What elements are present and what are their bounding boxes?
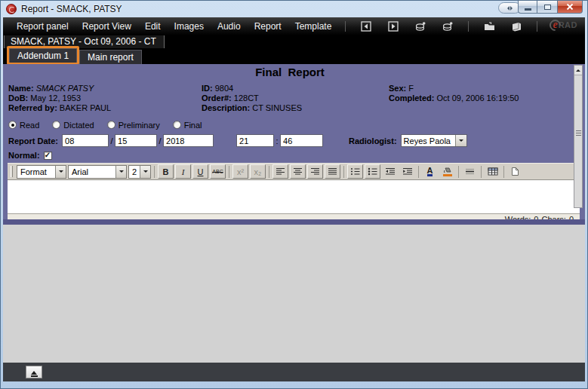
ordered-list-button[interactable] <box>347 164 363 179</box>
patient-dob: DoB: May 12, 1953 <box>8 93 202 103</box>
dropdown-arrow-box[interactable] <box>140 166 150 178</box>
referred-by: Referred by: BAKER PAUL <box>8 103 202 113</box>
unordered-list-icon <box>368 167 377 176</box>
report-date-label: Report Date: <box>8 136 58 145</box>
radio-preliminary[interactable]: Preliminary <box>107 121 160 130</box>
order-number: Order#: 128CT <box>202 93 389 103</box>
maximize-button[interactable] <box>537 1 557 14</box>
radio-read-icon[interactable] <box>8 121 17 129</box>
completed-label: Completed: <box>389 93 435 103</box>
format-select[interactable]: Format <box>17 165 66 179</box>
splitter-grip-icon <box>576 130 581 131</box>
chevron-down-icon <box>143 170 148 175</box>
report-window: Report - SMACK, PATSY Report panel Repor… <box>0 0 588 389</box>
menu-edit[interactable]: Edit <box>145 21 161 32</box>
toolbar-separator <box>458 166 459 178</box>
description-label: Description: <box>202 103 250 112</box>
align-left-button[interactable] <box>272 164 288 179</box>
report-date-year-input[interactable] <box>163 134 214 147</box>
open-folder-button[interactable] <box>482 20 496 33</box>
report-time-minute-input[interactable] <box>280 134 323 147</box>
dropdown-arrow-box[interactable] <box>55 166 66 178</box>
report-status-options: Read Dictated Preliminary Final <box>8 120 571 130</box>
report-date-row: Report Date: / / : Radiologist: Reyes Pa… <box>8 133 571 148</box>
menu-report-view[interactable]: Report View <box>82 21 131 32</box>
menu-report-panel[interactable]: Report panel <box>17 21 69 32</box>
radio-final[interactable]: Final <box>173 121 202 130</box>
font-size-select[interactable]: 2 <box>128 165 151 179</box>
underline-button[interactable]: U <box>192 164 208 179</box>
nav-forward-button[interactable] <box>386 20 400 33</box>
font-color-button[interactable]: A <box>422 164 438 179</box>
eject-icon-base <box>31 375 38 377</box>
maximize-icon <box>544 5 551 10</box>
outdent-button[interactable] <box>382 164 398 179</box>
align-center-icon <box>293 167 303 176</box>
radio-dictated-icon[interactable] <box>52 121 60 129</box>
radio-final-icon[interactable] <box>173 121 181 129</box>
normal-label: Normal: <box>8 151 40 160</box>
minimize-button[interactable] <box>518 1 537 14</box>
open-folder-icon <box>483 20 496 32</box>
report-date-month-input[interactable] <box>62 134 109 147</box>
font-color-icon: A <box>427 167 433 176</box>
insert-table-button[interactable] <box>485 164 500 179</box>
annotation-highlight: Addendum 1 <box>7 46 79 65</box>
radio-preliminary-icon[interactable] <box>107 121 115 129</box>
nav-back-button[interactable] <box>359 20 373 33</box>
stamp-button[interactable] <box>414 20 427 33</box>
toolbar-separator <box>418 166 419 178</box>
unordered-list-button[interactable] <box>365 164 380 179</box>
strikethrough-button[interactable]: ABC <box>210 164 226 179</box>
erad-logo-arc <box>547 17 563 32</box>
subscript-button[interactable]: x₂ <box>250 164 266 179</box>
new-document-button[interactable] <box>507 164 523 179</box>
splitter-collapse-button[interactable] <box>574 66 582 75</box>
align-center-button[interactable] <box>290 164 306 179</box>
align-right-button[interactable] <box>307 164 323 179</box>
app-icon <box>6 4 17 14</box>
vertical-splitter[interactable] <box>574 65 583 208</box>
tab-addendum-1[interactable]: Addendum 1 <box>9 48 77 63</box>
editor-status-bar: Words: 0 Chars: 0 <box>8 214 580 219</box>
horizontal-rule-button[interactable] <box>462 164 478 179</box>
dropdown-arrow-box[interactable] <box>115 166 126 178</box>
time-separator: : <box>274 136 280 145</box>
toolbar-grip[interactable] <box>11 166 13 177</box>
stamp-alt-button[interactable] <box>441 20 454 33</box>
menu-audio[interactable]: Audio <box>217 21 241 32</box>
dropdown-arrow-box[interactable] <box>455 135 466 146</box>
dob-label: DoB: <box>8 93 28 103</box>
expand-panel-button[interactable] <box>26 366 42 378</box>
radiologist-select[interactable]: Reyes Paola <box>401 134 467 147</box>
close-icon <box>566 3 574 11</box>
menu-images[interactable]: Images <box>174 21 204 32</box>
tab-main-report[interactable]: Main report <box>79 50 142 64</box>
patient-id: ID: 9804 <box>202 84 389 93</box>
eject-icon <box>31 368 37 375</box>
minimize-icon <box>525 8 531 11</box>
radio-read[interactable]: Read <box>8 121 39 130</box>
highlight-color-button[interactable] <box>439 164 455 179</box>
reports-book-button[interactable] <box>509 20 523 33</box>
indent-button[interactable] <box>399 164 415 179</box>
date-separator: / <box>157 136 163 145</box>
report-time-hour-input[interactable] <box>236 134 274 147</box>
font-select[interactable]: Arial <box>68 165 127 179</box>
close-button[interactable] <box>557 1 583 14</box>
menu-report[interactable]: Report <box>254 21 282 32</box>
editor-content-area[interactable] <box>8 180 580 214</box>
stamp-icon <box>414 20 426 32</box>
superscript-button[interactable]: x² <box>232 164 248 179</box>
bold-button[interactable]: B <box>158 164 174 179</box>
menu-template[interactable]: Template <box>295 21 332 32</box>
italic-button[interactable]: I <box>175 164 191 179</box>
normal-checkbox[interactable] <box>44 152 52 160</box>
titlebar[interactable]: Report - SMACK, PATSY <box>1 1 587 17</box>
radio-dictated[interactable]: Dictated <box>52 121 94 130</box>
align-justify-button[interactable] <box>325 164 340 179</box>
report-date-day-input[interactable] <box>115 134 157 147</box>
report-body-pane <box>3 225 585 363</box>
arrow-right-icon <box>510 6 515 11</box>
sex-value: F <box>408 84 414 93</box>
